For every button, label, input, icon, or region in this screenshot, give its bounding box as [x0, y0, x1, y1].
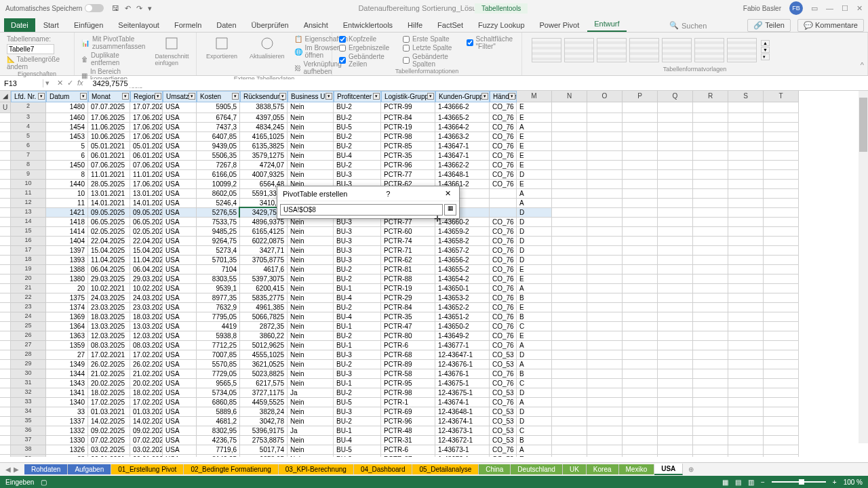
empty-cell[interactable] [728, 123, 764, 132]
empty-cell[interactable] [764, 142, 799, 151]
cell[interactable]: 5012,9625 [240, 341, 288, 350]
empty-cell[interactable] [623, 445, 658, 455]
empty-cell[interactable] [552, 322, 587, 331]
cell[interactable]: 1-43657-2 [435, 246, 490, 256]
empty-cell[interactable] [658, 360, 693, 369]
empty-cell[interactable] [764, 274, 799, 284]
cell[interactable]: B [517, 312, 552, 322]
empty-cell[interactable] [587, 132, 623, 142]
cell[interactable]: 06.04.2025 [88, 265, 130, 274]
cell[interactable]: BU-2 [334, 142, 381, 151]
empty-cell[interactable] [764, 189, 799, 199]
row-header[interactable]: 19 [11, 265, 46, 274]
empty-cell[interactable] [728, 322, 764, 331]
cell[interactable]: BU-1 [334, 284, 381, 293]
cell[interactable]: A [517, 341, 552, 350]
cell[interactable]: Nein [288, 303, 334, 312]
cell[interactable]: 26.02.2025 [88, 360, 130, 369]
cell[interactable]: 15.04.2025 [88, 246, 130, 256]
tab-factset[interactable]: FactSet [431, 18, 470, 32]
cell[interactable]: USA [163, 246, 197, 256]
cell[interactable]: PCTR-95 [381, 379, 435, 388]
empty-cell[interactable] [552, 199, 587, 208]
cell[interactable]: CO_76 [490, 218, 517, 227]
cell[interactable]: 4459,5525 [240, 398, 288, 407]
cell[interactable]: USA [163, 189, 197, 199]
ribbon-display-icon[interactable]: ▭ [811, 4, 818, 13]
cell[interactable]: 9539,1 [197, 284, 240, 293]
cell[interactable]: USA [163, 369, 197, 379]
cell[interactable]: 1-43649-2 [435, 331, 490, 341]
cell[interactable]: USA [163, 123, 197, 132]
row-header[interactable]: 20 [11, 274, 46, 284]
cell[interactable]: USA [163, 331, 197, 341]
cell[interactable]: A [517, 189, 552, 199]
cell[interactable]: USA [163, 445, 197, 455]
empty-cell[interactable] [587, 360, 623, 369]
enter-icon[interactable]: ✓ [67, 79, 73, 87]
empty-cell[interactable] [0, 407, 11, 417]
empty-cell[interactable] [0, 369, 11, 379]
cell[interactable]: USA [163, 303, 197, 312]
col-letter[interactable]: O [587, 91, 623, 102]
cell[interactable]: 8 [46, 170, 88, 180]
filter-dropdown-icon[interactable]: ▾ [279, 93, 286, 100]
empty-cell[interactable] [764, 322, 799, 331]
empty-cell[interactable] [552, 388, 587, 398]
empty-cell[interactable] [0, 284, 11, 293]
cell[interactable]: CO_53 [490, 360, 517, 369]
cell[interactable]: Nein [288, 455, 334, 457]
col-header[interactable]: Rücksendung▾ [240, 91, 288, 102]
col-header[interactable]: Monat▾ [88, 91, 130, 102]
cell[interactable]: CO_76 [490, 379, 517, 388]
empty-cell[interactable] [587, 246, 623, 256]
cell[interactable]: CO_76 [490, 274, 517, 284]
cell[interactable]: A [517, 398, 552, 407]
cell[interactable]: CO_53 [490, 436, 517, 445]
cell[interactable]: 10.02.2021 [130, 284, 163, 293]
cell[interactable]: 17.02.2021 [130, 350, 163, 360]
empty-cell[interactable] [623, 426, 658, 436]
empty-cell[interactable] [764, 407, 799, 417]
cell[interactable]: CO_76 [490, 180, 517, 189]
empty-cell[interactable] [693, 284, 728, 293]
row-header[interactable]: 24 [11, 312, 46, 322]
name-box-dropdown-icon[interactable]: ▾ [43, 79, 52, 87]
cell[interactable]: 05.01.2021 [130, 142, 163, 151]
empty-cell[interactable] [764, 341, 799, 350]
undo-icon[interactable]: ↶ [125, 4, 131, 13]
cell[interactable]: 6 [46, 151, 88, 161]
cell[interactable]: Nein [288, 274, 334, 284]
empty-cell[interactable] [623, 322, 658, 331]
cell[interactable]: 7632,9 [197, 303, 240, 312]
cell[interactable]: 8302,95 [197, 426, 240, 436]
cell[interactable]: 1-43666-2 [435, 102, 490, 113]
cell[interactable]: BU-2 [334, 132, 381, 142]
cell[interactable]: 21.02.2025 [88, 369, 130, 379]
empty-cell[interactable] [0, 256, 11, 265]
cell[interactable]: 1341 [46, 388, 88, 398]
empty-cell[interactable] [658, 455, 693, 457]
cell[interactable]: PCTR-88 [381, 274, 435, 284]
collapse-ribbon-icon[interactable]: ^ [861, 61, 864, 69]
cell[interactable]: 22.04.2025 [130, 237, 163, 246]
cell[interactable]: PCTR-35 [381, 312, 435, 322]
cell[interactable]: 27 [46, 350, 88, 360]
cell[interactable]: 03.02.2025 [88, 445, 130, 455]
empty-cell[interactable] [658, 218, 693, 227]
empty-cell[interactable] [587, 312, 623, 322]
cell[interactable]: USA [163, 417, 197, 426]
cell[interactable]: BU-2 [334, 360, 381, 369]
cell[interactable]: PCTR-74 [381, 237, 435, 246]
empty-cell[interactable] [764, 102, 799, 113]
empty-cell[interactable] [623, 341, 658, 350]
empty-cell[interactable] [552, 426, 587, 436]
pivot-summarize[interactable]: 📊 Mit PivotTable zusammenfassen [81, 35, 145, 50]
cell[interactable]: CO_76 [490, 170, 517, 180]
empty-cell[interactable] [658, 407, 693, 417]
sheet-usa[interactable]: USA [654, 464, 683, 475]
cell[interactable]: Nein [288, 360, 334, 369]
sheet-bedingte[interactable]: 02_Bedingte Formatierung [184, 464, 278, 474]
empty-cell[interactable] [693, 388, 728, 398]
empty-cell[interactable] [693, 132, 728, 142]
